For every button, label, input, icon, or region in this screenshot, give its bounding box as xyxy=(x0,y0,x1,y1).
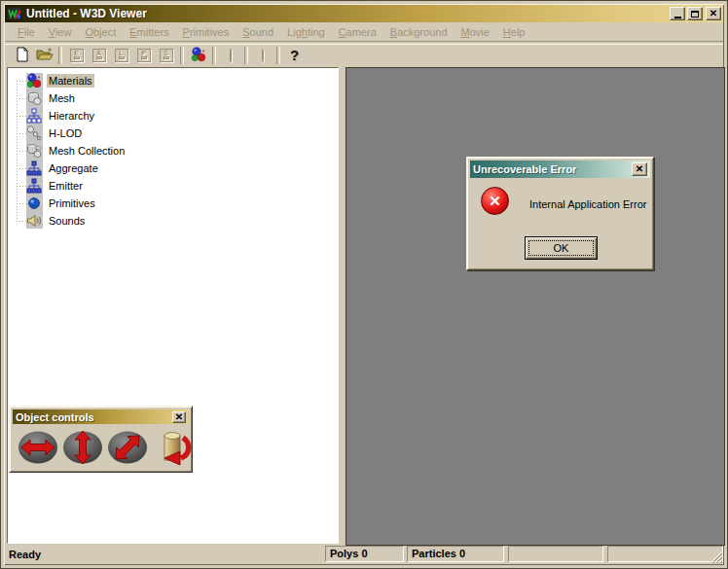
export-p-button: P xyxy=(132,45,155,66)
particle-button xyxy=(251,45,273,66)
menu-bar: FileViewObjectEmittersPrimitivesSoundLig… xyxy=(5,23,723,41)
hlod-icon xyxy=(26,125,42,141)
resize-grip[interactable] xyxy=(710,551,722,563)
tree-item-hierarchy[interactable]: Hierarchy xyxy=(8,107,338,124)
arrow-vertical-icon xyxy=(61,428,104,469)
status-panel-empty-1 xyxy=(508,546,603,562)
error-dialog-titlebar[interactable]: Unrecoverable Error ✕ xyxy=(470,160,650,178)
status-polys: Polys 0 xyxy=(325,546,404,562)
maximize-icon xyxy=(691,11,699,18)
tree-item-primitives[interactable]: Primitives xyxy=(8,195,338,212)
tree-item-emitter[interactable]: Emitter xyxy=(8,177,338,195)
error-dialog-title: Unrecoverable Error xyxy=(473,163,630,175)
menu-emitters[interactable]: Emitters xyxy=(123,24,175,40)
tree-item-label: Mesh xyxy=(47,91,77,105)
tree-item-mesh[interactable]: Mesh xyxy=(8,89,338,107)
menu-lighting[interactable]: Lighting xyxy=(280,24,332,40)
ok-button-label: OK xyxy=(554,242,569,254)
mesh-collection-icon xyxy=(26,143,42,159)
scene-tree: MaterialsMeshHierarchyH-LODMesh Collecti… xyxy=(8,68,338,230)
menu-primitives[interactable]: Primitives xyxy=(176,24,237,40)
menu-help[interactable]: Help xyxy=(496,24,532,40)
object-controls-body xyxy=(14,427,188,469)
close-button[interactable]: ✕ xyxy=(706,7,721,20)
menu-background[interactable]: Background xyxy=(383,24,455,40)
materials-icon xyxy=(26,73,42,89)
ok-button-focus-rect: OK xyxy=(528,240,594,256)
tree-item-label: Emitter xyxy=(47,179,85,193)
rotate-arrow-icon xyxy=(151,428,194,469)
error-dialog: Unrecoverable Error ✕ ✕ Internal Applica… xyxy=(466,157,654,270)
help-button[interactable]: ? xyxy=(283,45,306,66)
key-A-icon: A xyxy=(92,49,106,62)
animation-button xyxy=(219,45,241,66)
menu-view[interactable]: View xyxy=(42,24,79,40)
tree-item-label: Hierarchy xyxy=(47,109,96,123)
minimize-button[interactable] xyxy=(670,7,685,20)
object-controls-window[interactable]: Object controls ✕ xyxy=(9,406,193,473)
object-controls-close-button[interactable]: ✕ xyxy=(172,411,186,423)
emitter-icon xyxy=(26,178,42,194)
translate-vertical-button[interactable] xyxy=(61,428,104,469)
menu-camera[interactable]: Camera xyxy=(332,24,383,40)
materials-button[interactable] xyxy=(187,45,209,66)
screen-icon xyxy=(230,50,232,61)
tree-item-label: Aggregate xyxy=(47,161,100,175)
menu-sound[interactable]: Sound xyxy=(236,24,280,40)
export-e-button: E xyxy=(65,45,88,66)
mesh-icon xyxy=(26,90,42,106)
tree-item-materials[interactable]: Materials xyxy=(8,72,338,89)
object-controls-title: Object controls xyxy=(16,411,170,423)
tree-item-mesh-collection[interactable]: Mesh Collection xyxy=(8,142,338,160)
rotate-button[interactable] xyxy=(151,428,194,469)
new-button[interactable] xyxy=(11,45,33,66)
tree-item-h-lod[interactable]: H-LOD xyxy=(8,124,338,142)
status-panel-empty-2 xyxy=(607,546,723,562)
translate-horizontal-button[interactable] xyxy=(17,428,59,469)
ok-button[interactable]: OK xyxy=(525,236,598,260)
tree-item-aggregate[interactable]: Aggregate xyxy=(8,160,338,177)
toolbar-separator xyxy=(58,47,62,64)
hierarchy-icon xyxy=(26,108,42,124)
open-button[interactable] xyxy=(33,45,55,66)
toolbar-separator xyxy=(212,47,216,64)
window-title: Untitled - W3D Viewer xyxy=(26,7,668,20)
error-dialog-close-button[interactable]: ✕ xyxy=(632,162,647,176)
aggregate-icon xyxy=(26,160,42,176)
primitives-icon xyxy=(26,196,42,211)
tree-item-label: Mesh Collection xyxy=(47,144,127,158)
open-folder-icon xyxy=(36,47,54,64)
tree-item-label: H-LOD xyxy=(47,126,84,140)
spheres-icon xyxy=(191,47,206,64)
key-P-icon: P xyxy=(137,49,151,62)
tree-item-label: Materials xyxy=(47,74,94,88)
toolbar-separator xyxy=(276,47,280,64)
arrow-diagonal-icon xyxy=(106,428,149,469)
menu-movie[interactable]: Movie xyxy=(455,24,496,40)
error-message: Internal Application Error xyxy=(529,198,646,210)
object-controls-titlebar[interactable]: Object controls ✕ xyxy=(13,409,189,424)
error-x-icon: ✕ xyxy=(481,187,509,215)
key-E-icon: E xyxy=(70,49,84,62)
3d-viewport[interactable] xyxy=(346,67,725,546)
toolbar: EALPS? xyxy=(5,43,723,67)
tree-item-sounds[interactable]: Sounds xyxy=(8,212,338,230)
menu-file[interactable]: File xyxy=(11,24,42,40)
key-L-icon: L xyxy=(115,49,128,62)
export-a-button: A xyxy=(88,45,110,66)
key-S-icon: S xyxy=(160,49,173,62)
maximize-button[interactable] xyxy=(687,7,703,20)
toolbar-separator xyxy=(180,47,184,64)
panel-splitter[interactable] xyxy=(339,67,346,544)
arrow-horizontal-icon xyxy=(17,428,59,469)
menu-object[interactable]: Object xyxy=(78,24,123,40)
titlebar[interactable]: Untitled - W3D Viewer ✕ xyxy=(5,5,723,22)
translate-diagonal-button[interactable] xyxy=(106,428,149,469)
w3d-viewer-window: Untitled - W3D Viewer ✕ FileViewObjectEm… xyxy=(0,0,728,569)
status-bar: Ready Polys 0 Particles 0 xyxy=(5,544,723,564)
close-icon: ✕ xyxy=(636,164,643,174)
minimize-icon xyxy=(674,17,681,18)
export-s-button: S xyxy=(155,45,177,66)
app-icon xyxy=(7,6,22,21)
help-icon: ? xyxy=(290,47,299,63)
